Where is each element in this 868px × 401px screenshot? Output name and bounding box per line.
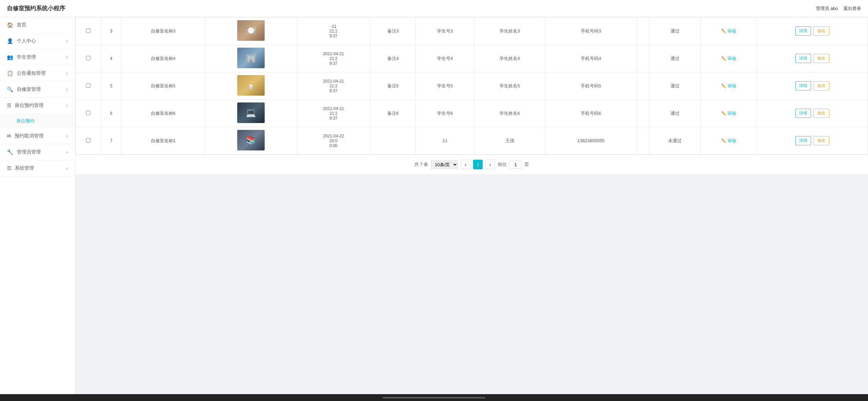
sidebar-label-home: 首页 (17, 22, 68, 28)
chevron-down-icon-room: ∨ (65, 87, 68, 92)
edit-button-4[interactable]: 修改 (813, 136, 829, 145)
row-checkbox-0[interactable] (86, 28, 91, 33)
row-extra-0 (637, 17, 649, 45)
sidebar-label-cancel-reserve: 预约取消管理 (15, 133, 65, 139)
sidebar-item-admin-mgr[interactable]: 🔧 管理员管理 ∨ (0, 144, 75, 160)
audit-button-4[interactable]: ✏️ 审核 (721, 138, 736, 144)
detail-button-3[interactable]: 详情 (795, 109, 811, 118)
sidebar-item-student[interactable]: 👥 学生管理 ∨ (0, 49, 75, 65)
bottom-indicator (383, 397, 485, 399)
row-time-4: 2021-04-2220:00:00 (297, 127, 370, 155)
row-checkbox-4[interactable] (86, 138, 91, 143)
detail-button-4[interactable]: 详情 (795, 136, 811, 145)
audit-icon-0: ✏️ (721, 29, 726, 34)
list-icon: ☰ (7, 102, 11, 109)
table-row: 7 自修室名称1 📚 2021-04-2220:00:00 11 王强 1382… (76, 127, 868, 155)
sidebar-sub-seat: 座位预约 (0, 114, 75, 128)
row-room-name-4: 自修室名称1 (121, 127, 205, 155)
row-remark-0: 备注3 (370, 17, 416, 45)
sidebar-sub-label-seat-booking: 座位预约 (16, 118, 34, 124)
row-extra-3 (637, 100, 649, 127)
row-student-name-1: 学生姓名4 (474, 45, 545, 72)
row-student-no-2: 学生号5 (416, 72, 474, 100)
edit-button-2[interactable]: 修改 (813, 81, 829, 90)
layout: 🏠 首页 👤 个人中心 ∨ 👥 学生管理 ∨ 📋 公告通知管理 ∨ 🔍 自修室管… (0, 17, 868, 394)
notice-icon: 📋 (7, 70, 13, 76)
row-remark-2: 备注5 (370, 72, 416, 100)
sidebar-item-seat-reserve[interactable]: ☰ 座位预约管理 ∧ (0, 98, 75, 114)
prev-page-button[interactable]: ‹ (461, 160, 470, 169)
row-audit-1: ✏️ 审核 (701, 45, 757, 72)
row-room-name-3: 自修室名称6 (121, 100, 205, 127)
audit-button-1[interactable]: ✏️ 审核 (721, 56, 736, 62)
edit-button-3[interactable]: 修改 (813, 109, 829, 118)
reservation-table: 3 自修室名称3 🍽️ -2121:29:37 备注3 学生号3 学生姓名3 手… (75, 17, 868, 155)
row-checkbox-cell-3 (76, 100, 101, 127)
sidebar-item-room[interactable]: 🔍 自修室管理 ∨ (0, 82, 75, 98)
admin-label: 管理员 abo (816, 5, 838, 12)
detail-button-0[interactable]: 详情 (795, 26, 811, 36)
row-index-3: 6 (101, 100, 121, 127)
detail-button-2[interactable]: 详情 (795, 81, 811, 90)
per-page-select[interactable]: 10条/页 20条/页 50条/页 (431, 160, 458, 169)
page-label: 页 (525, 161, 529, 168)
row-phone-0: 手机号码3 (545, 17, 637, 45)
row-index-0: 3 (101, 17, 121, 45)
row-phone-2: 手机号码5 (545, 72, 637, 100)
row-remark-3: 备注6 (370, 100, 416, 127)
row-student-no-3: 学生号6 (416, 100, 474, 127)
row-remark-4 (370, 127, 416, 155)
row-student-no-0: 学生号3 (416, 17, 474, 45)
row-extra-1 (637, 45, 649, 72)
audit-button-0[interactable]: ✏️ 审核 (721, 28, 736, 34)
sidebar-item-personal[interactable]: 👤 个人中心 ∨ (0, 33, 75, 49)
chevron-down-icon-sys: ∨ (65, 166, 68, 171)
total-count: 共 7 条 (414, 161, 428, 168)
next-page-button[interactable]: › (485, 160, 495, 169)
sidebar-label-notice: 公告通知管理 (17, 70, 65, 76)
sidebar-label-admin-mgr: 管理员管理 (17, 149, 65, 155)
detail-button-1[interactable]: 详情 (795, 54, 811, 63)
sidebar-item-cancel-reserve[interactable]: ✉ 预约取消管理 ∨ (0, 128, 75, 144)
current-page-button[interactable]: 1 (473, 160, 483, 169)
row-index-4: 7 (101, 127, 121, 155)
sidebar-item-home[interactable]: 🏠 首页 (0, 17, 75, 33)
sidebar-label-personal: 个人中心 (17, 38, 65, 44)
audit-button-2[interactable]: ✏️ 审核 (721, 83, 736, 89)
audit-icon-1: ✏️ (721, 56, 726, 61)
row-checkbox-2[interactable] (86, 83, 91, 88)
audit-icon-2: ✏️ (721, 84, 726, 88)
room-icon: 🔍 (7, 86, 13, 93)
row-audit-3: ✏️ 审核 (701, 100, 757, 127)
edit-button-1[interactable]: 修改 (813, 54, 829, 63)
row-checkbox-3[interactable] (86, 111, 91, 115)
row-status-2: 通过 (649, 72, 701, 100)
row-time-3: 2021-04-2121:29:37 (297, 100, 370, 127)
sidebar-item-seat-booking[interactable]: 座位预约 (0, 114, 75, 128)
row-index-2: 5 (101, 72, 121, 100)
row-extra-4 (637, 127, 649, 155)
chevron-down-icon-admin: ∨ (65, 150, 68, 155)
row-thumb-1: 🏢 (205, 45, 297, 72)
sidebar-label-seat-reserve: 座位预约管理 (15, 102, 65, 109)
row-thumb-4: 📚 (205, 127, 297, 155)
logout-button[interactable]: 退出登录 (843, 5, 861, 12)
table-row: 6 自修室名称6 💻 2021-04-2121:29:37 备注6 学生号6 学… (76, 100, 868, 127)
row-checkbox-cell-1 (76, 45, 101, 72)
row-status-0: 通过 (649, 17, 701, 45)
edit-button-0[interactable]: 修改 (813, 26, 829, 36)
row-time-0: -2121:29:37 (297, 17, 370, 45)
sys-icon: ☰ (7, 165, 11, 171)
sidebar-item-notice[interactable]: 📋 公告通知管理 ∨ (0, 65, 75, 82)
audit-button-3[interactable]: ✏️ 审核 (721, 110, 736, 117)
sidebar-item-sys-mgr[interactable]: ☰ 系统管理 ∨ (0, 160, 75, 177)
bottom-bar (0, 394, 868, 401)
row-phone-1: 手机号码4 (545, 45, 637, 72)
row-checkbox-1[interactable] (86, 56, 91, 60)
sidebar-label-sys-mgr: 系统管理 (15, 165, 65, 171)
row-index-1: 4 (101, 45, 121, 72)
goto-page-input[interactable] (509, 161, 522, 169)
row-student-name-3: 学生姓名6 (474, 100, 545, 127)
topbar-right: 管理员 abo 退出登录 (816, 5, 861, 12)
row-extra-2 (637, 72, 649, 100)
